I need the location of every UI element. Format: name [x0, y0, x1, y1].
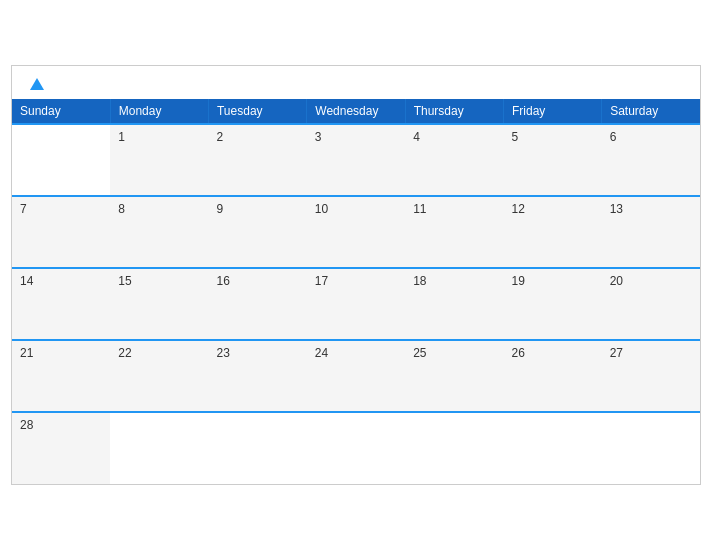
day-cell-3: 3 — [307, 124, 405, 196]
calendar-grid: SundayMondayTuesdayWednesdayThursdayFrid… — [12, 99, 700, 484]
day-number-17: 17 — [315, 274, 328, 288]
empty-day-cell — [503, 412, 601, 484]
day-cell-10: 10 — [307, 196, 405, 268]
logo-triangle-icon — [30, 78, 44, 90]
day-number-26: 26 — [511, 346, 524, 360]
day-number-27: 27 — [610, 346, 623, 360]
weekday-header-thursday: Thursday — [405, 99, 503, 124]
day-cell-18: 18 — [405, 268, 503, 340]
day-number-5: 5 — [511, 130, 518, 144]
day-number-19: 19 — [511, 274, 524, 288]
weekday-header-monday: Monday — [110, 99, 208, 124]
day-cell-17: 17 — [307, 268, 405, 340]
day-cell-15: 15 — [110, 268, 208, 340]
day-cell-27: 27 — [602, 340, 700, 412]
weekday-header-sunday: Sunday — [12, 99, 110, 124]
empty-day-cell — [602, 412, 700, 484]
day-number-6: 6 — [610, 130, 617, 144]
week-row-3: 14151617181920 — [12, 268, 700, 340]
day-cell-5: 5 — [503, 124, 601, 196]
day-cell-8: 8 — [110, 196, 208, 268]
day-cell-14: 14 — [12, 268, 110, 340]
day-cell-4: 4 — [405, 124, 503, 196]
day-cell-1: 1 — [110, 124, 208, 196]
day-number-11: 11 — [413, 202, 426, 216]
weekday-header-wednesday: Wednesday — [307, 99, 405, 124]
day-number-4: 4 — [413, 130, 420, 144]
day-cell-25: 25 — [405, 340, 503, 412]
day-number-8: 8 — [118, 202, 125, 216]
day-number-3: 3 — [315, 130, 322, 144]
day-number-18: 18 — [413, 274, 426, 288]
day-number-7: 7 — [20, 202, 27, 216]
day-cell-7: 7 — [12, 196, 110, 268]
week-row-2: 78910111213 — [12, 196, 700, 268]
week-row-5: 28 — [12, 412, 700, 484]
day-number-16: 16 — [216, 274, 229, 288]
day-cell-23: 23 — [208, 340, 306, 412]
empty-day-cell — [12, 124, 110, 196]
day-number-1: 1 — [118, 130, 125, 144]
day-cell-2: 2 — [208, 124, 306, 196]
day-number-24: 24 — [315, 346, 328, 360]
day-number-21: 21 — [20, 346, 33, 360]
day-number-9: 9 — [216, 202, 223, 216]
day-cell-19: 19 — [503, 268, 601, 340]
empty-day-cell — [405, 412, 503, 484]
day-number-20: 20 — [610, 274, 623, 288]
day-number-23: 23 — [216, 346, 229, 360]
calendar-container: SundayMondayTuesdayWednesdayThursdayFrid… — [11, 65, 701, 486]
day-number-13: 13 — [610, 202, 623, 216]
day-cell-12: 12 — [503, 196, 601, 268]
calendar-header — [12, 66, 700, 100]
day-number-15: 15 — [118, 274, 131, 288]
day-cell-11: 11 — [405, 196, 503, 268]
day-cell-21: 21 — [12, 340, 110, 412]
weekday-header-saturday: Saturday — [602, 99, 700, 124]
week-row-4: 21222324252627 — [12, 340, 700, 412]
day-number-14: 14 — [20, 274, 33, 288]
day-cell-20: 20 — [602, 268, 700, 340]
day-cell-24: 24 — [307, 340, 405, 412]
day-cell-9: 9 — [208, 196, 306, 268]
day-number-25: 25 — [413, 346, 426, 360]
day-cell-28: 28 — [12, 412, 110, 484]
weekday-header-tuesday: Tuesday — [208, 99, 306, 124]
day-cell-16: 16 — [208, 268, 306, 340]
day-number-10: 10 — [315, 202, 328, 216]
logo — [28, 76, 44, 94]
empty-day-cell — [307, 412, 405, 484]
day-cell-6: 6 — [602, 124, 700, 196]
day-number-12: 12 — [511, 202, 524, 216]
empty-day-cell — [208, 412, 306, 484]
day-cell-13: 13 — [602, 196, 700, 268]
calendar-weekdays: SundayMondayTuesdayWednesdayThursdayFrid… — [12, 99, 700, 124]
logo-general — [28, 76, 44, 94]
week-row-1: 123456 — [12, 124, 700, 196]
day-number-22: 22 — [118, 346, 131, 360]
day-cell-26: 26 — [503, 340, 601, 412]
empty-day-cell — [110, 412, 208, 484]
day-number-28: 28 — [20, 418, 33, 432]
day-number-2: 2 — [216, 130, 223, 144]
weekday-header-friday: Friday — [503, 99, 601, 124]
day-cell-22: 22 — [110, 340, 208, 412]
